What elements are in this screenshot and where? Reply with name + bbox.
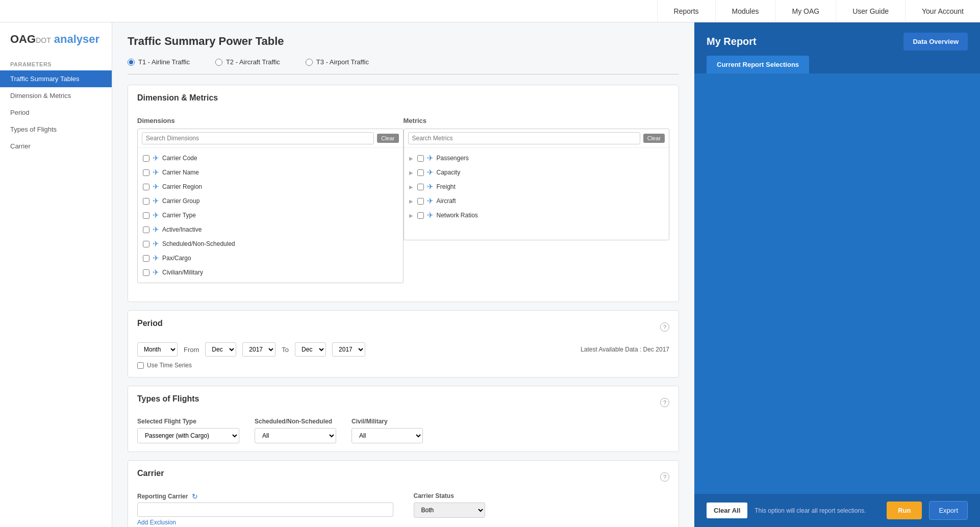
nav-reports[interactable]: Reports (657, 0, 715, 22)
dim-checkbox-carrier-code[interactable] (143, 155, 149, 162)
dim-label-carrier-code: Carrier Code (162, 155, 197, 162)
met-item-freight[interactable]: ▶ ✈ Freight (404, 180, 669, 194)
sidebar: OAGDOT analyser Parameters Traffic Summa… (0, 22, 112, 527)
clear-all-btn[interactable]: Clear All (707, 503, 747, 518)
tab-current-report[interactable]: Current Report Selections (707, 56, 809, 73)
reporting-carrier-input[interactable] (137, 503, 393, 517)
dim-checkbox-active-inactive[interactable] (143, 227, 149, 233)
dim-metrics-grid: Dimensions Clear ✈ Carrier Code (137, 117, 669, 283)
dim-metrics-title: Dimension & Metrics (137, 93, 218, 103)
met-item-passengers[interactable]: ▶ ✈ Passengers (404, 151, 669, 165)
dim-item-carrier-name[interactable]: ✈ Carrier Name (138, 165, 403, 180)
dim-item-carrier-code[interactable]: ✈ Carrier Code (138, 151, 403, 165)
reporting-carrier-group: Reporting Carrier ↻ Add Exclusion (137, 492, 393, 526)
scheduled-select[interactable]: All Scheduled Non-Scheduled (255, 428, 336, 443)
met-checkbox-freight[interactable] (417, 184, 424, 190)
dim-item-pax-cargo[interactable]: ✈ Pax/Cargo (138, 251, 403, 265)
nav-your-account[interactable]: Your Account (905, 0, 980, 22)
carrier-status-select[interactable]: Both Active Inactive (414, 503, 485, 518)
dim-item-carrier-type[interactable]: ✈ Carrier Type (138, 208, 403, 222)
period-help-icon[interactable]: ? (660, 322, 669, 332)
period-type-select[interactable]: Month Quarter Year (137, 342, 178, 357)
dim-checkbox-carrier-type[interactable] (143, 212, 149, 219)
plane-icon: ✈ (153, 182, 159, 191)
dim-checkbox-carrier-name[interactable] (143, 169, 149, 176)
sidebar-item-dimension-metrics[interactable]: Dimension & Metrics (0, 87, 112, 104)
plane-icon: ✈ (153, 211, 159, 220)
met-label-network-ratios: Network Ratios (437, 212, 478, 219)
dim-checkbox-civilian-military[interactable] (143, 269, 149, 276)
metrics-search-input[interactable] (408, 132, 640, 144)
dim-item-carrier-group[interactable]: ✈ Carrier Group (138, 194, 403, 208)
sidebar-item-types-of-flights[interactable]: Types of Flights (0, 121, 112, 138)
report-tabs: Current Report Selections (694, 56, 980, 73)
flight-type-select[interactable]: Passenger (with Cargo) Passenger (withou… (137, 428, 239, 443)
sidebar-item-period[interactable]: Period (0, 104, 112, 121)
flight-type-group: Selected Flight Type Passenger (with Car… (137, 418, 239, 443)
carrier-status-label: Carrier Status (414, 492, 670, 499)
met-checkbox-aircraft[interactable] (417, 198, 424, 205)
data-overview-btn[interactable]: Data Overview (903, 33, 968, 51)
traffic-type-t3[interactable]: T3 - Airport Traffic (306, 58, 369, 66)
metrics-list: ▶ ✈ Passengers ▶ ✈ Capacity (404, 148, 669, 240)
traffic-type-t2[interactable]: T2 - Aircraft Traffic (215, 58, 280, 66)
met-label-capacity: Capacity (437, 169, 461, 176)
dim-label-carrier-name: Carrier Name (162, 169, 199, 176)
dim-label-carrier-group: Carrier Group (162, 197, 199, 205)
sidebar-item-carrier[interactable]: Carrier (0, 138, 112, 155)
civil-military-select[interactable]: All Civil Military (351, 428, 423, 443)
dim-item-carrier-region[interactable]: ✈ Carrier Region (138, 180, 403, 194)
export-btn[interactable]: Export (929, 501, 968, 520)
dim-checkbox-carrier-region[interactable] (143, 184, 149, 190)
carrier-help-icon[interactable]: ? (660, 472, 669, 482)
dimensions-search-input[interactable] (142, 132, 374, 144)
use-time-series-checkbox[interactable] (137, 362, 144, 369)
run-btn[interactable]: Run (887, 501, 922, 519)
dim-checkbox-scheduled[interactable] (143, 241, 149, 247)
flights-row: Selected Flight Type Passenger (with Car… (137, 418, 669, 443)
flights-help-icon[interactable]: ? (660, 398, 669, 407)
met-item-capacity[interactable]: ▶ ✈ Capacity (404, 165, 669, 180)
plane-icon: ✈ (153, 268, 159, 277)
logo-oag: OAG (10, 33, 36, 45)
dim-item-scheduled[interactable]: ✈ Scheduled/Non-Scheduled (138, 237, 403, 251)
plane-icon: ✈ (153, 239, 159, 248)
period-section-header: Period ? (137, 319, 669, 335)
nav-modules[interactable]: Modules (715, 0, 775, 22)
dim-checkbox-carrier-group[interactable] (143, 198, 149, 205)
civil-military-group: Civil/Military All Civil Military (351, 418, 423, 443)
radio-t3[interactable] (306, 59, 313, 66)
met-label-passengers: Passengers (437, 155, 469, 162)
nav-my-oag[interactable]: My OAG (775, 0, 836, 22)
dim-label-scheduled: Scheduled/Non-Scheduled (162, 240, 235, 247)
from-year-select[interactable]: 2017201620152014 (242, 342, 275, 357)
add-exclusion-link[interactable]: Add Exclusion (137, 519, 176, 526)
met-item-network-ratios[interactable]: ▶ ✈ Network Ratios (404, 208, 669, 222)
expand-icon: ▶ (409, 184, 414, 190)
reporting-carrier-icon-btn[interactable]: ↻ (192, 492, 198, 500)
met-checkbox-network-ratios[interactable] (417, 212, 424, 219)
latest-data-text: Latest Available Data : Dec 2017 (581, 346, 669, 353)
dim-item-civilian-military[interactable]: ✈ Civilian/Military (138, 265, 403, 280)
dimensions-col: Dimensions Clear ✈ Carrier Code (137, 117, 404, 283)
dimensions-clear-btn[interactable]: Clear (377, 134, 398, 143)
from-month-select[interactable]: DecJanFebMar AprMayJunJul AugSepOctNov (205, 342, 236, 357)
metrics-col: Metrics Clear ▶ ✈ Passengers (404, 117, 670, 283)
dim-item-active-inactive[interactable]: ✈ Active/Inactive (138, 222, 403, 237)
met-checkbox-capacity[interactable] (417, 169, 424, 176)
radio-t2[interactable] (215, 59, 222, 66)
dimensions-search-bar: Clear (138, 129, 403, 148)
met-checkbox-passengers[interactable] (417, 155, 424, 162)
nav-user-guide[interactable]: User Guide (836, 0, 905, 22)
to-year-select[interactable]: 2017201620152014 (332, 342, 365, 357)
metrics-clear-btn[interactable]: Clear (643, 134, 665, 143)
dim-checkbox-pax-cargo[interactable] (143, 255, 149, 262)
civil-military-label: Civil/Military (351, 418, 423, 425)
met-item-aircraft[interactable]: ▶ ✈ Aircraft (404, 194, 669, 208)
traffic-type-t1[interactable]: T1 - Airline Traffic (128, 58, 190, 66)
sidebar-item-traffic-summary-tables[interactable]: Traffic Summary Tables (0, 70, 112, 87)
use-time-series-label: Use Time Series (147, 362, 192, 369)
page-title: Traffic Summary Power Table (128, 35, 679, 48)
to-month-select[interactable]: DecJanFebMar AprMayJunJul AugSepOctNov (295, 342, 326, 357)
radio-t1[interactable] (128, 59, 135, 66)
